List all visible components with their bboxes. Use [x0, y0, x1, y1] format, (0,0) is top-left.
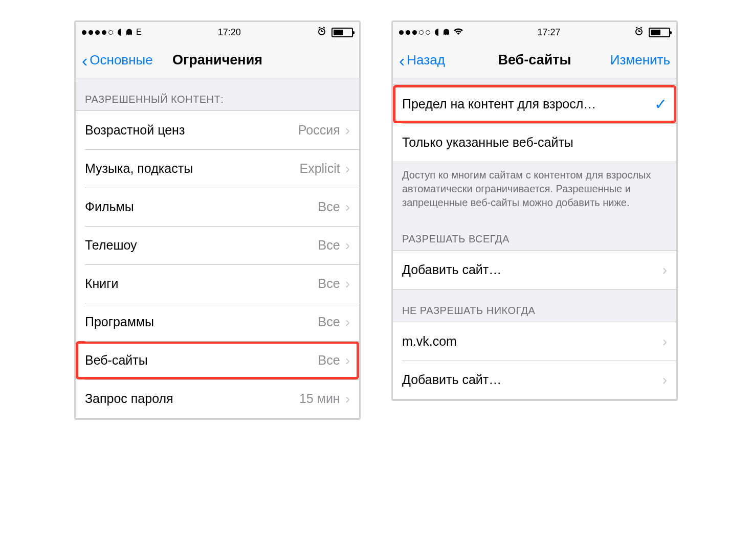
chevron-right-icon: ›: [662, 333, 667, 350]
row-value: 15 мин: [299, 391, 340, 406]
section-footer-description: Доступ ко многим сайтам с контентом для …: [393, 162, 676, 218]
nav-back-button[interactable]: ‹ Назад: [399, 52, 445, 69]
chevron-right-icon: ›: [345, 199, 350, 215]
row-label: Программы: [85, 315, 318, 329]
deny-list: m.vk.com › Добавить сайт… ›: [393, 322, 676, 399]
section-header-always-allow: РАЗРЕШАТЬ ВСЕГДА: [393, 218, 676, 250]
chevron-right-icon: ›: [345, 122, 350, 139]
row-blocked-site[interactable]: m.vk.com ›: [393, 322, 676, 361]
row-value: Россия: [298, 123, 340, 138]
chevron-right-icon: ›: [345, 276, 350, 292]
row-label: Телешоу: [85, 238, 318, 253]
battery-icon: [331, 28, 353, 37]
status-bar: 17:27: [393, 22, 676, 42]
signal-dots-icon: [82, 30, 113, 35]
option-limit-adult-content[interactable]: Предел на контент для взросл… ✓: [393, 85, 676, 123]
row-value: Все: [318, 276, 340, 291]
alarm-icon: [634, 27, 644, 38]
row-websites[interactable]: Веб-сайты Все ›: [76, 341, 359, 379]
status-left: [399, 27, 463, 38]
chevron-right-icon: ›: [345, 391, 350, 407]
signal-dots-icon: [399, 30, 430, 35]
row-label: Веб-сайты: [85, 353, 318, 368]
chevron-right-icon: ›: [662, 372, 667, 388]
nav-bar: ‹ Назад Веб-сайты Изменить: [393, 42, 676, 78]
row-add-site-deny[interactable]: Добавить сайт… ›: [393, 361, 676, 399]
row-value: Все: [318, 199, 340, 214]
row-tv-shows[interactable]: Телешоу Все ›: [76, 226, 359, 264]
row-value: Все: [318, 315, 340, 329]
row-label: Запрос пароля: [85, 391, 299, 406]
battery-icon: [649, 28, 670, 37]
chevron-right-icon: ›: [345, 237, 350, 254]
row-age-rating[interactable]: Возрастной ценз Россия ›: [76, 111, 359, 149]
status-bar: E 17:20: [76, 22, 359, 42]
carrier-label: E: [136, 28, 142, 37]
phone-right-websites: 17:27 ‹ Назад Веб-сайты Изменить Предел …: [391, 20, 678, 401]
status-time: 17:20: [218, 27, 241, 38]
nav-title: Ограничения: [172, 52, 262, 68]
phone-left-restrictions: E 17:20 ‹ Основные Ограничения РАЗРЕШЕНН…: [74, 20, 361, 420]
svg-line-8: [636, 27, 637, 28]
nav-back-button[interactable]: ‹ Основные: [82, 52, 153, 69]
chevron-left-icon: ‹: [399, 52, 405, 69]
row-label: Только указанные веб-сайты: [402, 135, 667, 150]
section-header-never-allow: НЕ РАЗРЕШАТЬ НИКОГДА: [393, 289, 676, 322]
filter-options-list: Предел на контент для взросл… ✓ Только у…: [393, 84, 676, 162]
row-label: Фильмы: [85, 199, 318, 214]
allow-list: Добавить сайт… ›: [393, 250, 676, 289]
row-apps[interactable]: Программы Все ›: [76, 303, 359, 341]
alarm-icon: [317, 27, 326, 38]
nav-edit-button[interactable]: Изменить: [610, 52, 670, 68]
row-label: Предел на контент для взросл…: [402, 97, 654, 111]
chevron-left-icon: ‹: [82, 52, 87, 69]
chevron-right-icon: ›: [662, 262, 667, 278]
pacman-icon: [434, 28, 449, 36]
chevron-right-icon: ›: [345, 314, 350, 330]
row-label: Книги: [85, 276, 318, 291]
svg-line-9: [640, 27, 642, 28]
row-add-site-allow[interactable]: Добавить сайт… ›: [393, 251, 676, 289]
row-value: Explicit: [299, 161, 340, 176]
row-label: Возрастной ценз: [85, 123, 298, 138]
row-label: Добавить сайт…: [402, 372, 662, 387]
row-books[interactable]: Книги Все ›: [76, 264, 359, 303]
nav-back-label: Основные: [90, 52, 152, 68]
status-time: 17:27: [537, 27, 560, 38]
nav-back-label: Назад: [407, 52, 445, 68]
status-right: [317, 27, 353, 38]
row-password-request[interactable]: Запрос пароля 15 мин ›: [76, 379, 359, 418]
row-music-podcasts[interactable]: Музыка, подкасты Explicit ›: [76, 149, 359, 188]
option-specific-websites-only[interactable]: Только указанные веб-сайты: [393, 123, 676, 162]
row-value: Все: [318, 238, 340, 253]
pacman-icon: [117, 28, 132, 36]
nav-title: Веб-сайты: [498, 52, 571, 68]
svg-line-3: [319, 27, 320, 28]
checkmark-icon: ✓: [654, 95, 667, 113]
row-movies[interactable]: Фильмы Все ›: [76, 188, 359, 226]
row-label: Музыка, подкасты: [85, 161, 299, 176]
nav-bar: ‹ Основные Ограничения: [76, 42, 359, 78]
wifi-icon: [453, 27, 463, 38]
status-left: E: [82, 28, 142, 37]
status-right: [634, 27, 670, 38]
restrictions-list: Возрастной ценз Россия › Музыка, подкаст…: [76, 110, 359, 418]
row-value: Все: [318, 353, 340, 368]
chevron-right-icon: ›: [345, 352, 350, 369]
section-header-allowed-content: РАЗРЕШЕННЫЙ КОНТЕНТ:: [76, 78, 359, 110]
row-label: m.vk.com: [402, 334, 662, 349]
row-label: Добавить сайт…: [402, 262, 662, 277]
chevron-right-icon: ›: [345, 161, 350, 177]
svg-line-4: [323, 27, 325, 28]
